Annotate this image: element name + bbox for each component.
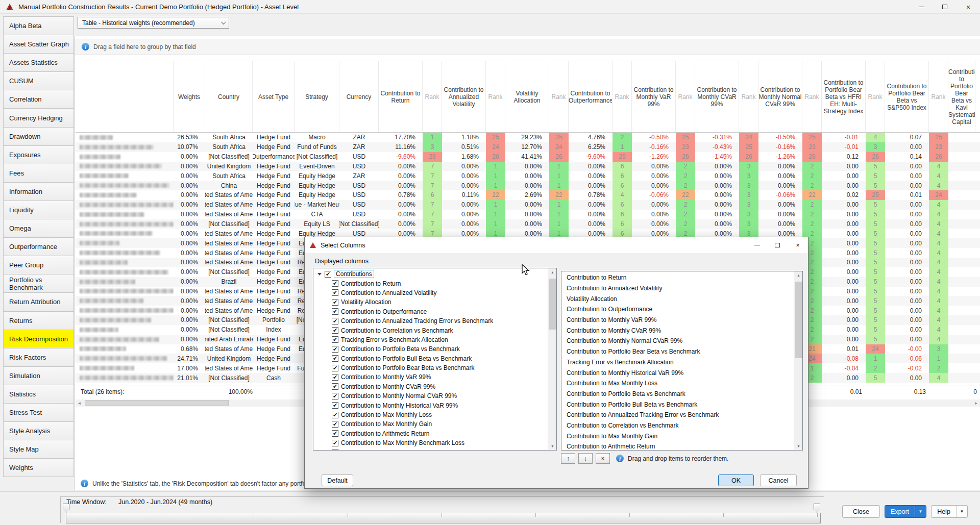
scroll-down-icon[interactable]: ▼ [794,442,803,450]
selected-column-item[interactable]: Contribution to Monthly CVaR 99% [562,325,793,336]
dialog-minimize-button[interactable] [747,237,767,253]
selected-column-item[interactable]: Contribution to Annualized Tracking Erro… [562,410,793,420]
close-view-button[interactable]: Close [842,505,880,518]
checkbox-checked-icon[interactable]: ✔ [332,402,338,409]
sidebar-item-style-map[interactable]: Style Map [3,440,74,459]
column-header-hfri[interactable]: Contribution to Portfolio Bear Beta vs H… [822,61,866,132]
checkbox-checked-icon[interactable]: ✔ [332,355,338,362]
tree-item[interactable]: ✔Contribution to Correlation vs Benchmar… [314,326,547,335]
sidebar-item-weights[interactable]: Weights [3,458,74,477]
sidebar-item-fees[interactable]: Fees [3,164,74,183]
tree-item[interactable]: ✔Contribution to Portfolio Beta vs Bench… [314,344,547,354]
export-button-label[interactable]: Export [885,506,915,517]
tree-item[interactable]: ✔Contribution to Outperformance [314,307,547,316]
column-header-rank[interactable]: Rank [739,61,758,132]
selected-column-item[interactable]: Contribution to Annualized Volatility [562,283,793,294]
view-selector-dropdown[interactable]: Table - Historical weights (recommended) [78,17,229,29]
checkbox-checked-icon[interactable]: ✔ [332,318,338,324]
table-row[interactable]: 0.00%[Not Classified]Outperformance[Not … [76,152,980,162]
export-button[interactable]: Export ▼ [885,505,926,518]
sidebar-item-exposures[interactable]: Exposures [3,145,74,164]
move-up-button[interactable]: ↑ [561,453,575,464]
scroll-down-icon[interactable]: ▼ [548,442,557,450]
cancel-button[interactable]: Cancel [760,474,797,486]
column-header-country[interactable]: Country [205,61,253,132]
tree-item[interactable]: ✔Contribution to Max Monthly Loss [314,410,547,419]
sidebar-item-asset-scatter-graph[interactable]: Asset Scatter Graph [3,35,74,54]
selected-column-item[interactable]: Contribution to Portfolio Bear Beta vs B… [562,346,793,357]
tree-item[interactable]: ✔Contribution to Monthly Historical VaR … [314,401,547,410]
column-header-rank[interactable]: Rank [549,61,569,132]
checkbox-checked-icon[interactable]: ✔ [332,374,338,381]
column-header-cav[interactable]: Contribution to Annualized Volatility [442,61,486,132]
checkbox-checked-icon[interactable]: ✔ [332,365,338,371]
scroll-right-icon[interactable]: ► [972,399,980,407]
default-button[interactable]: Default [322,474,353,486]
sidebar-item-assets-statistics[interactable]: Assets Statistics [3,53,74,72]
table-row[interactable]: 0.00%[Not Classified]Hedge FundEquity LS… [76,219,980,229]
tree-item[interactable]: ✔Tracking Error vs Benchmark Allocation [314,335,547,344]
expander-icon[interactable] [317,273,322,276]
column-header-cvar[interactable]: Contribution to Monthly CVaR 99% [695,61,739,132]
sidebar-item-statistics[interactable]: Statistics [3,385,74,404]
tree-item[interactable]: ✔Contribution to Annualized Tracking Err… [314,316,547,326]
table-row[interactable]: 0.00%South AfricaHedge FundEquity HedgeZ… [76,171,980,181]
table-row[interactable]: 0.00%ChinaHedge FundEquity HedgeUSD0.00%… [76,181,980,190]
table-row[interactable]: 0.00%United States of AmericaHedge FundV… [76,200,980,210]
tree-item[interactable]: ✔Contribution to Portfolio Bear Beta vs … [314,363,547,372]
tree-item[interactable]: ✔Contribution to Monthly Normal CVaR 99% [314,391,547,401]
sidebar-item-drawdown[interactable]: Drawdown [3,127,74,146]
tree-item[interactable]: ✔Contribution to Portfolio Bull Beta vs … [314,354,547,363]
sidebar-item-style-analysis[interactable]: Style Analysis [3,421,74,440]
sidebar-item-outperformance[interactable]: Outperformance [3,237,74,256]
selected-column-item[interactable]: Contribution to Return [562,272,793,283]
column-header-strategy[interactable]: Strategy [295,61,339,132]
sidebar-item-currency-hedging[interactable]: Currency Hedging [3,108,74,127]
tree-item[interactable]: ✔Contribution to Max Monthly Benchmark G… [314,447,547,451]
maximize-button[interactable] [933,0,957,14]
sidebar-item-returns[interactable]: Returns [3,311,74,330]
checkbox-checked-icon[interactable]: ✔ [332,327,338,334]
help-button-label[interactable]: Help [932,506,956,517]
column-header-rank[interactable]: Rank [676,61,695,132]
scroll-left-icon[interactable]: ◄ [76,399,83,407]
checkbox-checked-icon[interactable]: ✔ [332,412,338,418]
sidebar-item-correlation[interactable]: Correlation [3,90,74,109]
sidebar-item-simulation[interactable]: Simulation [3,366,74,385]
checkbox-checked-icon[interactable]: ✔ [332,393,338,399]
column-header-undefined[interactable] [76,61,174,132]
selected-column-item[interactable]: Contribution to Arithmetic Return [562,441,793,451]
tree-scrollbar[interactable]: ▲ ▼ [548,268,556,450]
column-header-ctr[interactable]: Contribution to Return [379,61,423,132]
selected-column-item[interactable]: Contribution to Max Monthly Gain [562,431,793,441]
dialog-close-button[interactable]: × [788,237,808,253]
sidebar-item-alpha-beta[interactable]: Alpha Beta [3,16,74,35]
tree-item[interactable]: ✔Contribution to Max Monthly Gain [314,419,547,429]
checkbox-checked-icon[interactable]: ✔ [332,280,338,287]
checkbox-checked-icon[interactable]: ✔ [332,383,338,390]
tree-item[interactable]: ✔Contribution to Max Monthly Benchmark L… [314,438,547,447]
time-window-slider-track[interactable] [66,513,821,523]
sidebar-item-risk-factors[interactable]: Risk Factors [3,348,74,367]
selected-column-item[interactable]: Contribution to Portfolio Beta vs Benchm… [562,389,793,399]
sidebar-item-omega[interactable]: Omega [3,219,74,238]
column-header-mvar[interactable]: Contribution to Monthly VaR 99% [632,61,676,132]
tree-item[interactable]: ✔Contribution to Arithmetic Return [314,429,547,438]
help-dropdown-icon[interactable]: ▼ [956,506,967,517]
sidebar-item-return-attribution[interactable]: Return Attribution [3,292,74,311]
column-header-rank[interactable]: Rank [423,61,442,132]
checkbox-checked-icon[interactable]: ✔ [332,308,338,315]
column-header-kav[interactable]: Contribution to Portfolio Bear Beta vs K… [948,61,975,132]
tree-scrollbar-thumb[interactable] [549,279,556,330]
checkbox-checked-icon[interactable]: ✔ [332,440,338,446]
group-by-bar[interactable]: i Drag a field here to group by that fie… [75,39,980,55]
sidebar-item-peer-group[interactable]: Peer Group [3,256,74,274]
table-row[interactable]: 0.00%United KingdomHedge FundEvent-Drive… [76,162,980,171]
close-button[interactable]: × [957,0,980,14]
tree-root-contributions[interactable]: ✔Contributions [314,269,547,279]
selected-column-item[interactable]: Contribution to Portfolio Bull Beta vs B… [562,399,793,410]
checkbox-checked-icon[interactable]: ✔ [332,449,338,451]
column-header-rank[interactable]: Rank [929,61,948,132]
sidebar-item-stress-test[interactable]: Stress Test [3,403,74,422]
remove-column-button[interactable]: × [596,453,610,464]
